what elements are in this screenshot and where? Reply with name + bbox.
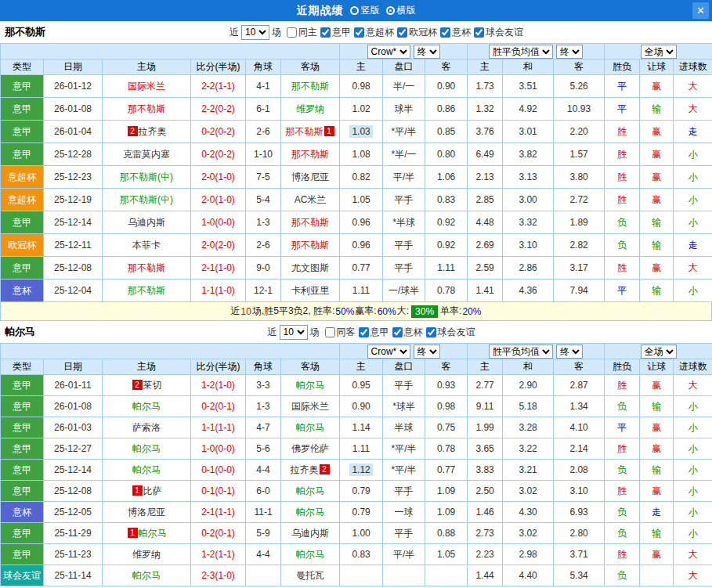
home-team-cell: 博洛尼亚 — [103, 502, 191, 523]
goals-result-cell: 小 — [674, 460, 712, 481]
recent-count-select[interactable]: 10 — [280, 325, 308, 340]
filter-checkbox[interactable]: 意杯 — [440, 26, 471, 39]
asian-home-odds-cell: 1.11 — [340, 280, 383, 302]
final-odds-select[interactable]: 终 — [414, 45, 440, 59]
corner-cell: 4-4 — [246, 460, 281, 481]
column-header: 盘口 — [383, 60, 425, 75]
asian-handicap-cell: *半球 — [383, 211, 425, 234]
away-team-cell: 帕尔马 — [281, 417, 340, 438]
league-badge: 意甲 — [1, 257, 44, 280]
euro-home-odds-cell: 3.65 — [468, 438, 503, 460]
filter-checkbox-input[interactable] — [426, 327, 436, 337]
euro-draw-odds-cell: 3.21 — [503, 460, 554, 481]
final-europe-select[interactable]: 终 — [556, 45, 583, 59]
odds-source-select[interactable]: Crow* — [367, 45, 410, 59]
result-cell: 胜 — [605, 544, 640, 565]
date-cell: 25-12-04 — [44, 280, 103, 302]
league-badge: 意甲 — [1, 143, 44, 166]
league-badge: 意甲 — [1, 438, 44, 460]
handicap-result-cell: 输 — [640, 98, 674, 121]
score-cell: 2-2(1-1) — [191, 75, 246, 98]
filter-checkbox[interactable]: 欧冠杯 — [397, 26, 437, 39]
filter-checkbox-input[interactable] — [392, 327, 403, 337]
filter-checkbox-input[interactable] — [474, 27, 484, 38]
result-cell: 负 — [605, 460, 640, 481]
summary-text: 场,胜5平3负2, 胜率: — [252, 305, 334, 318]
goals-result-cell: 走 — [674, 121, 712, 143]
filter-checkbox-input[interactable] — [287, 27, 297, 38]
filter-checkbox-input[interactable] — [359, 327, 369, 337]
odds-source-select[interactable]: Crow* — [367, 345, 410, 359]
filter-checkbox[interactable]: 同主 — [287, 26, 317, 39]
league-badge: 意甲 — [1, 211, 44, 234]
europe-odds-select[interactable]: 胜平负均值 — [489, 45, 553, 59]
score-cell: 0-2(0-2) — [191, 143, 246, 166]
league-badge: 球会友谊 — [1, 565, 44, 586]
radio-unchecked-icon — [350, 6, 359, 15]
home-team-cell: 乌迪内斯 — [103, 211, 191, 234]
final-odds-select[interactable]: 终 — [414, 345, 440, 359]
goals-result-cell: 小 — [674, 417, 712, 438]
match-row: 意甲26-01-12国际米兰2-2(1-1)4-1那不勒斯0.98半/一0.90… — [1, 75, 712, 98]
score-cell: 2-1(1-1) — [191, 502, 246, 523]
date-cell: 25-12-11 — [44, 234, 103, 257]
final-europe-select[interactable]: 终 — [556, 345, 583, 359]
filter-checkbox[interactable]: 球会友谊 — [426, 326, 475, 339]
europe-odds-select[interactable]: 胜平负均值 — [489, 345, 553, 359]
filter-checkbox[interactable]: 同客 — [325, 326, 356, 339]
layout-radio-vertical[interactable]: 竖版 — [350, 4, 380, 17]
euro-away-odds-cell: 3.80 — [554, 166, 605, 189]
asian-handicap-cell: 平手 — [383, 523, 425, 544]
scope-controls: 全场 — [605, 44, 712, 60]
euro-draw-odds-cell: 2.98 — [503, 544, 554, 565]
away-team-cell: 尤文图斯 — [281, 257, 340, 280]
away-team-cell: 那不勒斯 — [281, 75, 340, 98]
column-header: 让球 — [640, 60, 674, 75]
near-label: 近 — [268, 326, 277, 339]
filter-checkbox-input[interactable] — [397, 27, 407, 38]
asian-home-odds-cell: 1.08 — [340, 143, 383, 166]
away-team-cell: 帕尔马 — [281, 375, 340, 396]
games-label: 场 — [310, 326, 320, 339]
filter-checkbox-input[interactable] — [440, 27, 450, 38]
filter-checkbox[interactable]: 意杯 — [392, 326, 423, 339]
column-header: 主 — [468, 359, 503, 375]
games-label: 场 — [272, 26, 281, 39]
score-cell: 1-0(0-0) — [191, 438, 246, 460]
filter-checkbox[interactable]: 意超杯 — [354, 26, 394, 39]
corner-cell: 12-1 — [246, 280, 281, 302]
europe-odds-controls: 胜平负均值终 — [468, 344, 605, 359]
euro-home-odds-cell: 2.13 — [468, 166, 503, 189]
filter-checkbox[interactable]: 球会友谊 — [474, 26, 523, 39]
asian-home-odds-cell: 0.95 — [340, 375, 383, 396]
result-cell: 平 — [605, 98, 640, 121]
scope-select[interactable]: 全场 — [641, 345, 677, 359]
header-spacer — [1, 44, 340, 60]
euro-draw-odds-cell: 3.28 — [503, 417, 554, 438]
close-button[interactable]: ✕ — [692, 2, 709, 19]
filter-checkbox-input[interactable] — [325, 327, 335, 337]
scope-select[interactable]: 全场 — [641, 45, 677, 59]
filter-checkbox-input[interactable] — [354, 27, 364, 38]
asian-handicap-cell: 平手 — [383, 234, 425, 257]
home-team-cell: 维罗纳 — [103, 544, 191, 565]
euro-draw-odds-cell: 3.82 — [503, 143, 554, 166]
column-header: 客 — [554, 60, 605, 75]
column-header: 让球 — [640, 359, 674, 375]
league-badge: 意甲 — [1, 375, 44, 396]
filter-checkbox-input[interactable] — [320, 27, 331, 38]
column-header: 角球 — [246, 359, 281, 375]
summary-text: 大: — [397, 305, 409, 318]
asian-home-odds-cell: 0.79 — [340, 481, 383, 502]
euro-draw-odds-cell: 3.01 — [503, 121, 554, 143]
filter-checkbox[interactable]: 意甲 — [320, 26, 351, 39]
score-cell: 0-1(0-1) — [191, 481, 246, 502]
radio-horizontal-label: 横版 — [397, 4, 416, 17]
dialog-title: 近期战绩 — [297, 4, 344, 18]
layout-radio-horizontal[interactable]: 横版 — [386, 4, 416, 17]
euro-draw-odds-cell: 3.02 — [503, 523, 554, 544]
handicap-result-cell: 赢 — [640, 417, 674, 438]
filter-checkbox[interactable]: 意甲 — [359, 326, 389, 339]
recent-count-select[interactable]: 10 — [241, 25, 269, 40]
home-team-cell: 那不勒斯 — [103, 98, 191, 121]
